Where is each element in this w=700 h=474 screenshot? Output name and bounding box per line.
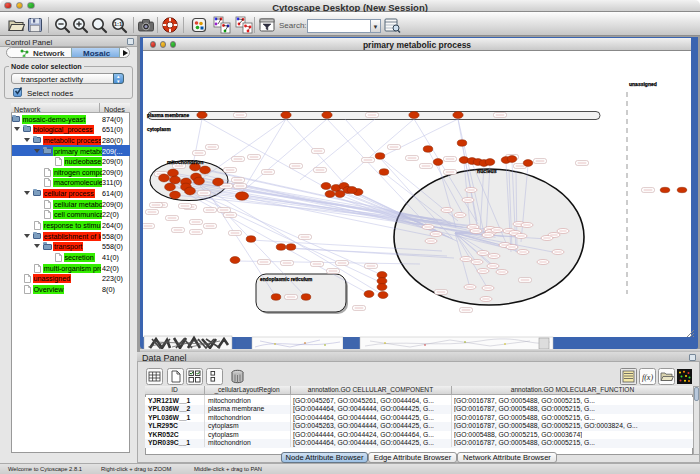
svg-text:unassigned: unassigned (629, 81, 657, 87)
svg-text:mitochondrion: mitochondrion (167, 159, 203, 165)
svg-text:1:1: 1:1 (114, 21, 123, 27)
svg-text:cytoplasm: cytoplasm (147, 127, 171, 132)
svg-text:f(x): f(x) (642, 373, 653, 382)
svg-text:plasma membrane: plasma membrane (147, 113, 189, 118)
svg-text:nucleus: nucleus (477, 168, 497, 174)
svg-text:endoplasmic reticulum: endoplasmic reticulum (260, 277, 312, 282)
